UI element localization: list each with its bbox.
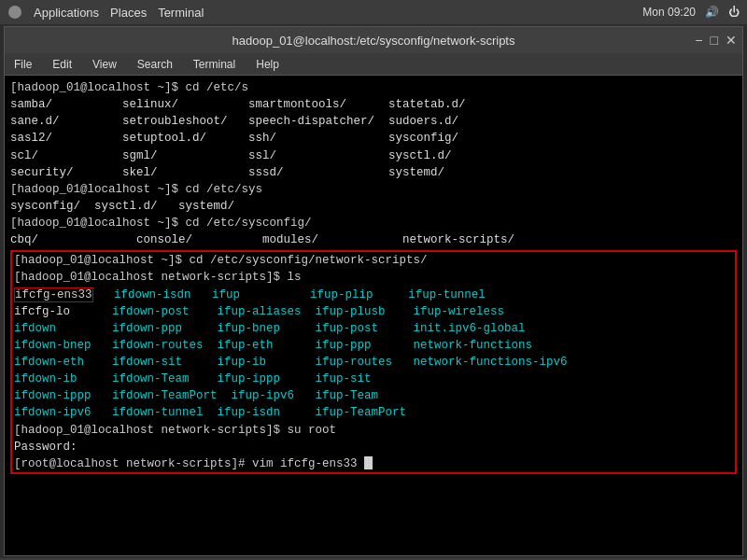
cmd-cd-network-scripts: [hadoop_01@localhost ~]$ cd /etc/sysconf… bbox=[12, 252, 735, 269]
ls-row-5: ifdown-eth ifdown-sit ifup-ib ifup-route… bbox=[12, 354, 735, 371]
maximize-button[interactable]: □ bbox=[711, 33, 718, 48]
ls-row-6: ifdown-ib ifdown-Team ifup-ippp ifup-sit bbox=[12, 371, 735, 387]
clock: Mon 09:20 bbox=[642, 6, 696, 19]
output-sys: sysconfig/ sysctl.d/ systemd/ bbox=[10, 198, 737, 215]
window-controls[interactable]: − □ ✕ bbox=[695, 33, 737, 48]
ls-ifup-plip: ifup-plip bbox=[310, 288, 408, 301]
output-sane: sane.d/ setroubleshoot/ speech-dispatche… bbox=[10, 113, 737, 130]
password-prompt: Password: bbox=[12, 439, 735, 455]
ls-ifdown-isdn: ifdown-isdn bbox=[100, 288, 212, 301]
cmd-su-root: [hadoop_01@localhost network-scripts]$ s… bbox=[12, 422, 735, 439]
cmd-ls: [hadoop_01@localhost network-scripts]$ l… bbox=[12, 269, 735, 286]
system-app-icon bbox=[7, 5, 22, 20]
applications-menu[interactable]: Applications bbox=[34, 6, 99, 20]
cmd-line-3: [hadoop_01@localhost ~]$ cd /etc/sysconf… bbox=[10, 215, 737, 231]
ls-ifup: ifup bbox=[212, 288, 310, 301]
menu-help[interactable]: Help bbox=[252, 56, 283, 73]
menu-terminal[interactable]: Terminal bbox=[190, 56, 239, 73]
ls-ifup-tunnel: ifup-tunnel bbox=[408, 288, 486, 301]
ls-row-8: ifdown-ipv6 ifdown-tunnel ifup-isdn ifup… bbox=[12, 404, 735, 421]
close-button[interactable]: ✕ bbox=[726, 33, 737, 48]
ls-row-4: ifdown-bnep ifdown-routes ifup-eth ifup-… bbox=[12, 337, 735, 354]
places-menu[interactable]: Places bbox=[110, 6, 147, 20]
ls-row-1: ifcfg-ens33 ifdown-isdn ifup ifup-plip i… bbox=[12, 287, 735, 303]
output-sasl2: sasl2/ setuptool.d/ ssh/ sysconfig/ bbox=[10, 130, 737, 147]
highlighted-section: [hadoop_01@localhost ~]$ cd /etc/sysconf… bbox=[10, 250, 737, 474]
power-icon[interactable]: ⏻ bbox=[728, 6, 740, 19]
output-scl: scl/ sgml/ ssl/ sysctl.d/ bbox=[10, 147, 737, 164]
minimize-button[interactable]: − bbox=[695, 33, 702, 48]
cmd-line-1: [hadoop_01@localhost ~]$ cd /etc/s bbox=[10, 79, 737, 96]
title-bar: hadoop_01@localhost:/etc/sysconfig/netwo… bbox=[5, 27, 742, 53]
terminal-content[interactable]: [hadoop_01@localhost ~]$ cd /etc/s samba… bbox=[5, 76, 742, 555]
ifcfg-ens33-boxed: ifcfg-ens33 bbox=[14, 287, 93, 302]
cmd-vim: [root@localhost network-scripts]# vim if… bbox=[12, 455, 735, 472]
menu-search[interactable]: Search bbox=[134, 56, 176, 73]
menu-file[interactable]: File bbox=[10, 56, 35, 73]
cmd-line-2: [hadoop_01@localhost ~]$ cd /etc/sys bbox=[10, 181, 737, 198]
cursor bbox=[364, 456, 373, 469]
output-samba: samba/ selinux/ smartmontools/ statetab.… bbox=[10, 96, 737, 113]
menu-view[interactable]: View bbox=[89, 56, 120, 73]
terminal-window: hadoop_01@localhost:/etc/sysconfig/netwo… bbox=[4, 26, 743, 556]
svg-point-0 bbox=[8, 6, 21, 19]
ls-row-7: ifdown-ippp ifdown-TeamPort ifup-ipv6 if… bbox=[12, 387, 735, 404]
terminal-menu[interactable]: Terminal bbox=[158, 6, 204, 20]
menu-bar: File Edit View Search Terminal Help bbox=[5, 53, 742, 76]
output-security: security/ skel/ sssd/ systemd/ bbox=[10, 164, 737, 181]
menu-edit[interactable]: Edit bbox=[49, 56, 76, 73]
system-bar: Applications Places Terminal Mon 09:20 🔊… bbox=[0, 0, 747, 24]
volume-icon[interactable]: 🔊 bbox=[705, 6, 719, 19]
output-cbq: cbq/ console/ modules/ network-scripts/ bbox=[10, 231, 737, 248]
ls-row-2: ifcfg-lo ifdown-post ifup-aliases ifup-p… bbox=[12, 303, 735, 320]
ls-row-3: ifdown ifdown-ppp ifup-bnep ifup-post in… bbox=[12, 320, 735, 337]
window-title: hadoop_01@localhost:/etc/sysconfig/netwo… bbox=[233, 34, 515, 48]
